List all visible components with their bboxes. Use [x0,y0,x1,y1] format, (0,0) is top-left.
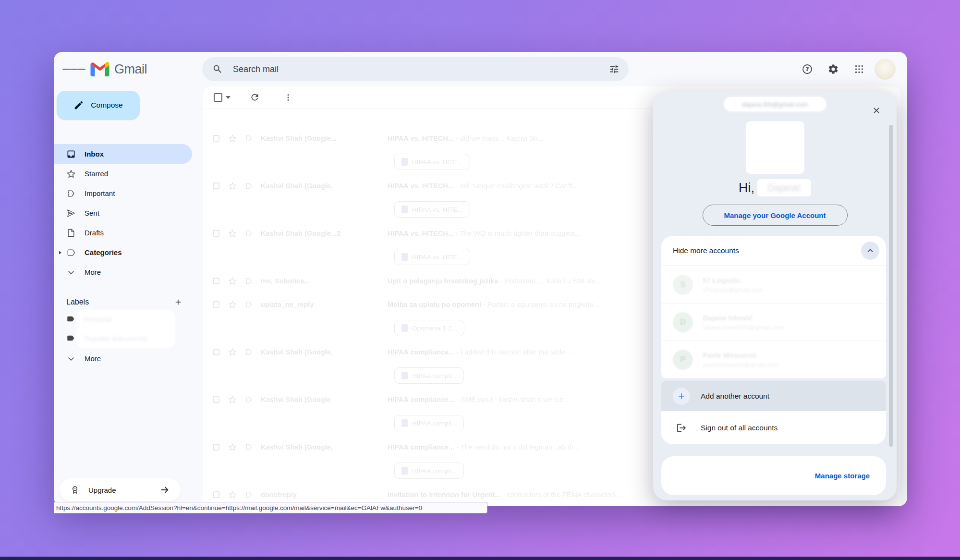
profile-avatar[interactable] [875,59,896,80]
gmail-wordmark: Gmail [114,62,147,77]
email-snippet: - contractors of the FEMA characters... [502,491,621,499]
chevron-up-icon[interactable] [861,242,879,260]
apps-grid-icon[interactable] [849,59,870,80]
row-star-icon[interactable] [228,348,237,356]
row-star-icon[interactable] [228,395,237,404]
account-avatar-placeholder[interactable] [746,121,804,174]
categories-tag-icon [66,248,76,257]
row-important-icon[interactable] [244,443,253,451]
email-subject: Molba za uplatu po opomeni [388,301,481,308]
manage-storage-link[interactable]: Manage storage [815,472,870,480]
storage-card: Manage storage [661,456,886,495]
attachment-chip[interactable]: Opomena-1 2... [394,320,464,336]
attachment-name: HIPAA vs. HITE... [412,158,463,166]
row-important-icon[interactable] [244,277,253,285]
search-options-icon[interactable] [604,59,625,80]
sidebar-item-categories[interactable]: Categories [54,243,192,262]
account-row[interactable]: D Dajana Ivković dajana.ivkovic93@gmail.… [661,304,886,341]
manage-google-account-label: Manage your Google Account [724,211,826,219]
link-status-bar: https://accounts.google.com/AddSession?h… [54,502,487,513]
sidebar-item-sent[interactable]: Sent [54,203,192,223]
attachment-chip[interactable]: HIPAA vs. HITE... [394,249,470,265]
label-tag-icon [66,334,75,342]
sign-out-icon [673,423,690,433]
attachment-chip[interactable]: HIPAA compli... [394,415,464,431]
compose-button[interactable]: Compose [57,91,140,120]
row-checkbox-icon[interactable] [212,182,220,190]
row-star-icon[interactable] [228,300,237,309]
plus-icon [673,388,690,405]
attachment-chip[interactable]: HIPAA compli... [394,463,464,479]
add-another-account-button[interactable]: Add another account [661,381,886,411]
help-icon[interactable]: ? [797,59,818,80]
account-row[interactable]: S 57 Logistic. s7logistic@gmail.com [661,266,886,304]
email-subject: HIPAA compliance... [388,443,454,451]
row-star-icon[interactable] [228,277,237,285]
attachment-chip[interactable]: HIPAA compli... [394,367,464,384]
row-checkbox-icon[interactable] [212,277,220,285]
attachment-chip[interactable]: HIPAA vs. HITE... [394,201,470,218]
chevron-down-icon [66,354,76,364]
create-label-plus-icon[interactable] [174,298,182,306]
row-checkbox-icon[interactable] [212,490,220,499]
row-important-icon[interactable] [244,182,253,190]
row-important-icon[interactable] [244,229,253,238]
sidebar-item-more[interactable]: More [54,262,192,282]
sign-out-all-button[interactable]: Sign out of all accounts [661,411,886,444]
email-subject: HIPAA compliance... [388,348,454,356]
account-email: pavlemirasovic@gmail.com [703,361,778,368]
account-row[interactable]: P Pavle Mirasović pavlemirasovic@gmail.c… [661,341,886,378]
attachment-doc-icon [401,206,408,213]
search-input[interactable]: Search mail [233,64,604,74]
select-all-checkbox[interactable] [214,93,231,102]
manage-google-account-button[interactable]: Manage your Google Account [703,205,848,226]
labels-title: Labels [66,298,89,306]
sidebar-item-inbox[interactable]: Inbox [54,144,192,164]
row-star-icon[interactable] [228,229,237,238]
row-important-icon[interactable] [244,300,253,309]
add-another-account-label: Add another account [701,392,769,401]
row-important-icon[interactable] [244,134,253,143]
upgrade-button[interactable]: Upgrade [60,478,181,501]
row-checkbox-icon[interactable] [212,395,220,404]
settings-gear-icon[interactable] [823,59,844,80]
popup-scrollbar[interactable] [889,125,893,447]
row-important-icon[interactable] [244,395,253,404]
row-checkbox-icon[interactable] [212,348,220,356]
attachment-name: Opomena-1 2... [412,325,457,332]
attachment-chip[interactable]: HIPAA vs. HITE... [394,154,470,170]
hamburger-menu-icon[interactable] [62,58,85,81]
row-star-icon[interactable] [228,134,237,143]
search-icon[interactable] [207,59,228,80]
row-checkbox-icon[interactable] [212,134,220,143]
row-checkbox-icon[interactable] [212,443,220,451]
labels-more-label: More [85,354,101,363]
account-email: dajana.ivkovic93@gmail.com [703,324,784,331]
labels-header: Labels [54,295,192,309]
row-important-icon[interactable] [244,490,253,499]
email-sender: Kashvi Shah (Google...2 [261,230,380,237]
row-important-icon[interactable] [244,348,253,356]
label-item[interactable]: Personal [54,309,203,329]
email-subject: Invitation to Interview for Urgent... [388,491,500,499]
attachment-doc-icon [401,467,408,475]
sidebar-item-important[interactable]: Important [54,183,192,203]
attachment-doc-icon [401,324,408,332]
sidebar-item-starred[interactable]: Starred [54,164,192,183]
label-item[interactable]: Tegratta dokumenta [54,329,203,348]
search-bar[interactable]: Search mail [202,57,629,81]
hide-more-accounts-row[interactable]: Hide more accounts [661,236,886,266]
drafts-icon [66,228,76,238]
close-icon[interactable] [867,101,886,120]
row-star-icon[interactable] [228,490,237,499]
row-star-icon[interactable] [228,182,237,190]
refresh-icon[interactable] [245,88,264,107]
row-star-icon[interactable] [228,443,237,451]
labels-more[interactable]: More [54,349,192,368]
row-checkbox-icon[interactable] [212,300,220,309]
checkbox-icon [214,93,222,102]
accounts-card: Hide more accounts S 57 Logistic. s7logi… [661,236,886,378]
row-checkbox-icon[interactable] [212,229,220,238]
more-options-kebab-icon[interactable] [279,88,298,107]
sidebar-item-drafts[interactable]: Drafts [54,223,192,243]
